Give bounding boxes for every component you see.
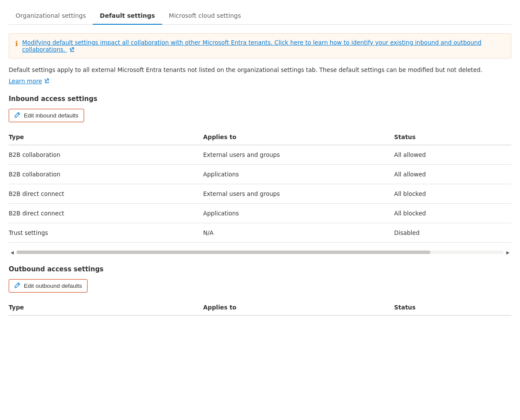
outbound-col-type: Type <box>9 300 200 316</box>
outbound-col-applies-to: Applies to <box>200 300 391 316</box>
outbound-table: Type Applies to Status <box>9 300 511 316</box>
outbound-section: Outbound access settings Edit outbound d… <box>9 265 511 316</box>
inbound-table: Type Applies to Status B2B collaboration… <box>9 129 511 243</box>
table-cell-status: All blocked <box>391 204 511 223</box>
table-cell-type: B2B collaboration <box>9 145 200 165</box>
inbound-col-status: Status <box>391 129 511 145</box>
table-row: Trust settingsN/ADisabled <box>9 223 511 243</box>
table-row: B2B direct connectExternal users and gro… <box>9 184 511 204</box>
info-banner: ℹ Modifying default settings impact all … <box>9 33 511 59</box>
table-cell-applies-to: External users and groups <box>200 145 391 165</box>
table-cell-type: B2B direct connect <box>9 184 200 204</box>
table-cell-applies-to: Applications <box>200 204 391 223</box>
tab-organizational-settings[interactable]: Organizational settings <box>9 7 93 24</box>
outbound-heading: Outbound access settings <box>9 265 511 273</box>
table-cell-type: B2B collaboration <box>9 165 200 184</box>
scrollbar-track[interactable] <box>16 251 504 254</box>
banner-text-content: Modifying default settings impact all co… <box>22 39 481 53</box>
table-cell-type: Trust settings <box>9 223 200 243</box>
horizontal-scrollbar[interactable]: ◀ ▶ <box>9 250 511 255</box>
tab-default-settings[interactable]: Default settings <box>93 7 162 24</box>
table-cell-status: All allowed <box>391 165 511 184</box>
description-text: Default settings apply to all external M… <box>9 65 511 74</box>
table-cell-status: All allowed <box>391 145 511 165</box>
inbound-heading: Inbound access settings <box>9 95 511 103</box>
edit-outbound-label: Edit outbound defaults <box>24 283 82 289</box>
edit-outbound-icon <box>14 282 20 290</box>
inbound-section: Inbound access settings Edit inbound def… <box>9 95 511 243</box>
table-row: B2B collaborationExternal users and grou… <box>9 145 511 165</box>
edit-inbound-button[interactable]: Edit inbound defaults <box>9 109 84 122</box>
table-cell-applies-to: N/A <box>200 223 391 243</box>
table-cell-status: All blocked <box>391 184 511 204</box>
learn-more-link[interactable]: Learn more <box>9 78 49 85</box>
table-row: B2B direct connectApplicationsAll blocke… <box>9 204 511 223</box>
external-link-icon <box>69 47 74 52</box>
learn-more-label: Learn more <box>9 78 42 85</box>
scroll-left-arrow[interactable]: ◀ <box>9 249 16 256</box>
table-cell-applies-to: Applications <box>200 165 391 184</box>
inbound-col-applies-to: Applies to <box>200 129 391 145</box>
table-cell-type: B2B direct connect <box>9 204 200 223</box>
table-row: B2B collaborationApplicationsAll allowed <box>9 165 511 184</box>
inbound-table-header-row: Type Applies to Status <box>9 129 511 145</box>
scroll-right-arrow[interactable]: ▶ <box>504 249 511 256</box>
tab-bar: Organizational settings Default settings… <box>9 0 511 25</box>
banner-link[interactable]: Modifying default settings impact all co… <box>22 39 505 53</box>
outbound-table-header-row: Type Applies to Status <box>9 300 511 316</box>
inbound-col-type: Type <box>9 129 200 145</box>
table-cell-status: Disabled <box>391 223 511 243</box>
table-cell-applies-to: External users and groups <box>200 184 391 204</box>
tab-microsoft-cloud-settings[interactable]: Microsoft cloud settings <box>162 7 248 24</box>
edit-inbound-icon <box>14 112 20 119</box>
edit-inbound-label: Edit inbound defaults <box>24 112 78 119</box>
outbound-col-status: Status <box>391 300 511 316</box>
edit-outbound-button[interactable]: Edit outbound defaults <box>9 279 88 293</box>
learn-more-external-icon <box>44 78 49 84</box>
scrollbar-thumb <box>16 251 430 254</box>
info-icon: ℹ <box>15 39 18 48</box>
